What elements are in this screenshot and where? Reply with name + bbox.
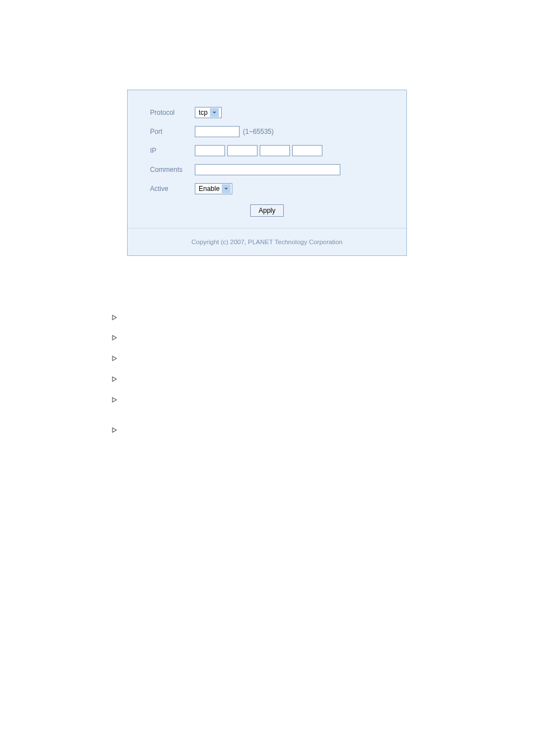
list-item: IP:Enter the IP address that wants to be… — [112, 353, 500, 365]
row-ip: IP — [150, 144, 384, 157]
apply-row: Apply — [150, 201, 384, 223]
chevron-down-icon — [222, 184, 231, 193]
config-panel: Protocol tcp Port (1~65535) IP — [127, 90, 407, 256]
bullet-text: IP:Enter the IP address that wants to be… — [125, 353, 288, 363]
bullet-text: Apply:Click this button to add a rule of… — [125, 424, 272, 435]
list-item: Apply:Click this button to add a rule of… — [112, 424, 500, 436]
bullet-text: Comments:Enter the comments. — [125, 374, 235, 384]
bullet-icon — [112, 354, 120, 365]
apply-button[interactable]: Apply — [250, 204, 284, 217]
panel-outer: Protocol tcp Port (1~65535) IP — [127, 90, 407, 256]
list-item: Comments:Enter the comments. — [112, 374, 500, 385]
label-protocol: Protocol — [150, 109, 195, 116]
port-hint: (1~65535) — [243, 128, 274, 136]
bullet-list: Protocol:Select the protocol type: TCP o… — [112, 312, 500, 436]
description-text: You can add a new DMZ rule by click "Add… — [34, 291, 500, 302]
label-comments: Comments — [150, 166, 195, 174]
bullet-icon — [112, 375, 120, 385]
bullet-icon — [112, 333, 120, 344]
label-port: Port — [150, 128, 195, 136]
bullet-text: Port:Enter the port number that wants to… — [125, 332, 350, 343]
comments-input[interactable] — [195, 164, 340, 175]
protocol-select[interactable]: tcp — [195, 107, 222, 118]
bullet-text: Protocol:Select the protocol type: TCP o… — [125, 312, 281, 323]
list-item: Protocol:Select the protocol type: TCP o… — [112, 312, 500, 324]
bullet-icon — [112, 426, 120, 436]
ip-input-group — [195, 145, 322, 156]
ip-octet-3[interactable] — [260, 145, 290, 156]
active-select[interactable]: Enable — [195, 183, 232, 194]
ip-octet-2[interactable] — [227, 145, 257, 156]
figure-caption: Figure 45. Firewall – Add DMZ settings — [34, 266, 500, 274]
protocol-value: tcp — [199, 109, 208, 116]
row-active: Active Enable — [150, 182, 384, 195]
label-ip: IP — [150, 147, 195, 155]
form-area: Protocol tcp Port (1~65535) IP — [128, 90, 406, 228]
bullet-text: Active:Select Enable to active this rule… — [125, 394, 500, 416]
bullet-icon — [112, 395, 120, 406]
list-item: Port:Enter the port number that wants to… — [112, 332, 500, 344]
active-value: Enable — [199, 185, 219, 193]
chevron-down-icon — [210, 108, 219, 117]
bullet-icon — [112, 313, 120, 324]
row-port: Port (1~65535) — [150, 125, 384, 138]
row-comments: Comments — [150, 163, 384, 176]
list-item: Active:Select Enable to active this rule… — [112, 394, 500, 416]
port-input[interactable] — [195, 126, 240, 137]
label-active: Active — [150, 185, 195, 193]
ip-octet-4[interactable] — [292, 145, 322, 156]
row-protocol: Protocol tcp — [150, 106, 384, 119]
copyright-text: Copyright (c) 2007, PLANET Technology Co… — [128, 228, 406, 255]
ip-octet-1[interactable] — [195, 145, 225, 156]
